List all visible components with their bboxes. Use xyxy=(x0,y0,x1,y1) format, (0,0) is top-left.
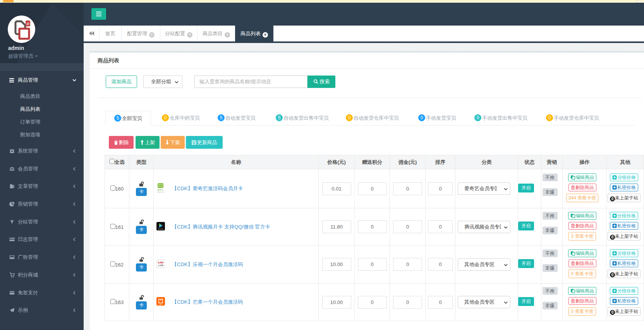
svg-text:Letv: Letv xyxy=(158,261,164,264)
svg-text:腾讯视频: 腾讯视频 xyxy=(158,228,164,230)
svg-text:乐视网: 乐视网 xyxy=(158,264,163,266)
svg-text:鼎: 鼎 xyxy=(26,22,29,26)
svg-text:芒果TV: 芒果TV xyxy=(158,304,163,305)
svg-text:爱奇艺: 爱奇艺 xyxy=(157,189,164,191)
